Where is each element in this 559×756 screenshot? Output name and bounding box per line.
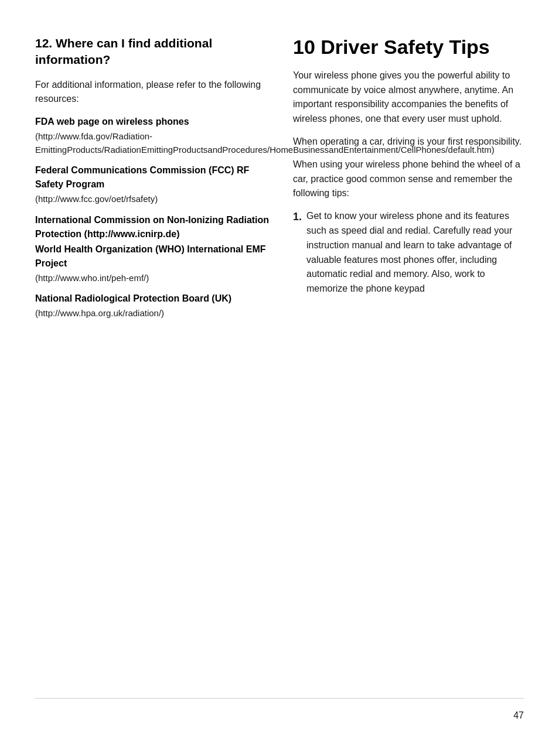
resource-2-heading: Federal Communications Commission (FCC) … <box>35 163 270 191</box>
intro-para-2: When operating a car, driving is your fi… <box>293 135 524 149</box>
content-area: 12. Where can I find additional informat… <box>35 35 524 698</box>
tip-1: 1. Get to know your wireless phone and i… <box>293 209 524 296</box>
intro-text: For additional information, please refer… <box>35 78 270 107</box>
intro-para-1: Your wireless phone gives you the powerf… <box>293 69 524 126</box>
page-footer: 47 <box>35 698 524 721</box>
resource-4-url: (http://www.who.int/peh-emf/) <box>35 272 270 285</box>
page: 12. Where can I find additional informat… <box>0 0 559 756</box>
tip-1-text: Get to know your wireless phone and its … <box>306 209 524 296</box>
resource-4: World Health Organization (WHO) Internat… <box>35 242 270 285</box>
resource-3: International Commission on Non-Ionizing… <box>35 213 270 241</box>
resource-1-heading: FDA web page on wireless phones <box>35 115 270 129</box>
resource-5-url: (http://www.hpa.org.uk/radiation/) <box>35 307 270 320</box>
intro-para-3: When using your wireless phone behind th… <box>293 158 524 201</box>
left-column: 12. Where can I find additional informat… <box>35 35 270 698</box>
resource-1-url: (http://www.fda.gov/Radiation-EmittingPr… <box>35 130 270 156</box>
tip-1-number: 1. <box>293 209 302 296</box>
resource-4-heading: World Health Organization (WHO) Internat… <box>35 242 270 271</box>
resource-2: Federal Communications Commission (FCC) … <box>35 163 270 206</box>
right-column: 10 Driver Safety Tips Your wireless phon… <box>293 35 524 698</box>
resource-2-url: (http://www.fcc.gov/oet/rfsafety) <box>35 193 270 206</box>
resource-1: FDA web page on wireless phones (http://… <box>35 115 270 156</box>
big-title: 10 Driver Safety Tips <box>293 35 524 59</box>
page-number: 47 <box>513 710 524 721</box>
section-title: 12. Where can I find additional informat… <box>35 35 270 69</box>
resource-5: National Radiological Protection Board (… <box>35 292 270 320</box>
resource-5-heading: National Radiological Protection Board (… <box>35 292 270 306</box>
resource-3-heading: International Commission on Non-Ionizing… <box>35 213 270 241</box>
